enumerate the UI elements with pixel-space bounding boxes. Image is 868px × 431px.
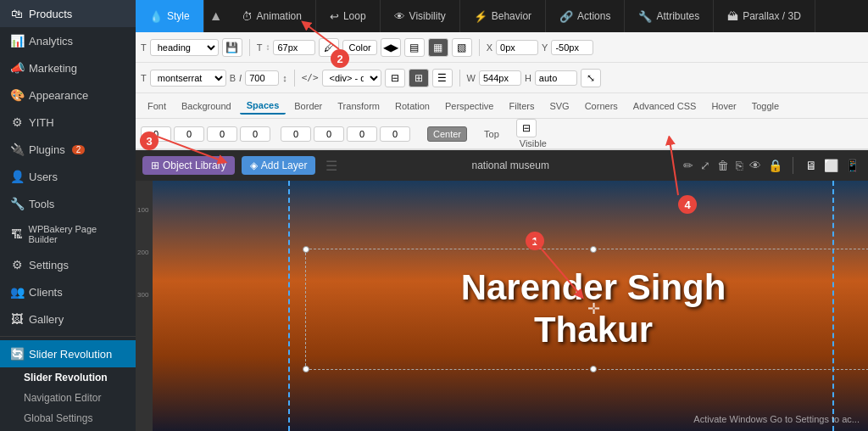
- actions-tab-icon: 🔗: [559, 10, 573, 23]
- move-icon[interactable]: ✛: [587, 299, 600, 318]
- sidebar-item-analytics[interactable]: 📊 Analytics: [0, 27, 136, 54]
- sidebar-item-tools[interactable]: 🔧 Tools: [0, 190, 136, 217]
- expand-icon[interactable]: ▲: [204, 0, 228, 32]
- object-library-btn[interactable]: ⊞ Object Library: [142, 156, 235, 175]
- space-input-4[interactable]: [240, 126, 270, 142]
- sub-tab-advanced-css[interactable]: Advanced CSS: [626, 98, 704, 114]
- align-center-spaces-btn[interactable]: Center: [427, 126, 467, 142]
- sub-tab-hover[interactable]: Hover: [704, 98, 743, 114]
- sidebar-item-marketing[interactable]: 📣 Marketing: [0, 54, 136, 81]
- font-size-input[interactable]: [273, 40, 315, 55]
- sub-tab-background[interactable]: Background: [175, 98, 238, 114]
- color-picker-btn[interactable]: 🖊: [319, 38, 339, 57]
- users-icon: 👤: [10, 170, 24, 183]
- space-input-6[interactable]: [314, 126, 344, 142]
- space-input-5[interactable]: [281, 126, 311, 142]
- sub-tab-spaces[interactable]: Spaces: [240, 98, 287, 115]
- hamburger-icon[interactable]: ☰: [326, 158, 337, 174]
- h-label: H: [525, 73, 531, 83]
- sidebar-item-gallery[interactable]: 🖼 Gallery: [0, 305, 136, 333]
- mobile-icon[interactable]: 📱: [843, 157, 861, 174]
- y-input[interactable]: [551, 40, 593, 55]
- tab-actions[interactable]: 🔗 Actions: [546, 0, 625, 32]
- add-layer-btn[interactable]: ◈ Add Layer: [242, 156, 316, 175]
- style-tab-icon: 💧: [149, 10, 163, 23]
- sidebar-sub-navigation-editor[interactable]: Navigation Editor: [0, 388, 136, 408]
- tab-loop[interactable]: ↩ Loop: [316, 0, 381, 32]
- sidebar-sub-global-settings[interactable]: Global Settings: [0, 408, 136, 428]
- direction-btn[interactable]: ◀▶: [381, 38, 401, 57]
- watermark: Activate Windows Go to Settings to ac...: [693, 414, 860, 424]
- object-library-icon: ⊞: [151, 160, 159, 171]
- resize-icon[interactable]: ⤢: [700, 159, 710, 172]
- sidebar-item-settings[interactable]: ⚙ Settings: [0, 251, 136, 278]
- save-style-btn[interactable]: 💾: [222, 38, 242, 57]
- sub-tab-toggle[interactable]: Toggle: [745, 98, 786, 114]
- tab-parallax[interactable]: 🏔 Parallax / 3D: [714, 0, 815, 32]
- canvas-area: 100 200 300 Narender SinghThakur ✛: [136, 181, 868, 431]
- sidebar-item-products[interactable]: 🛍 Products: [0, 0, 136, 27]
- toolbar-area: T heading paragraph 💾 T ↕ 🖊 Color ◀▶ ▤ ▦…: [136, 32, 868, 150]
- align-block3-btn[interactable]: ☰: [432, 69, 453, 87]
- canvas-background: 100 200 300 Narender SinghThakur ✛: [136, 181, 868, 431]
- align-left-btn[interactable]: ▤: [404, 38, 425, 57]
- space-input-3[interactable]: [207, 126, 237, 142]
- type-label-1: T: [141, 42, 147, 53]
- sidebar-sub-slider-revolution[interactable]: Slider Revolution: [0, 367, 136, 388]
- sidebar-item-users[interactable]: 👤 Users: [0, 163, 136, 190]
- expand-size-btn[interactable]: ⤡: [581, 69, 601, 87]
- sidebar-item-plugins[interactable]: 🔌 Plugins 2: [0, 136, 136, 163]
- space-input-8[interactable]: [380, 126, 410, 142]
- sub-tab-font[interactable]: Font: [141, 98, 173, 114]
- align-right-btn[interactable]: ▧: [452, 38, 472, 57]
- sidebar-item-wpbakery[interactable]: 🏗 WPBakery Page Builder: [0, 217, 136, 251]
- space-input-1[interactable]: [141, 126, 171, 142]
- align-block-btn[interactable]: ⊟: [385, 69, 405, 87]
- sub-tab-border[interactable]: Border: [287, 98, 329, 114]
- align-center-btn[interactable]: ▦: [428, 38, 448, 57]
- sep2: [479, 39, 480, 56]
- add-layer-icon: ◈: [250, 160, 258, 171]
- sep1: [249, 39, 250, 56]
- text-layer[interactable]: Narender SinghThakur ✛: [305, 249, 868, 370]
- font-family-select[interactable]: montserrat Arial: [150, 70, 226, 87]
- space-input-7[interactable]: [347, 126, 377, 142]
- sidebar-item-slider-revolution[interactable]: 🔄 Slider Revolution: [0, 340, 136, 367]
- heading-select[interactable]: heading paragraph: [150, 39, 219, 56]
- sub-tab-transform[interactable]: Transform: [331, 98, 387, 114]
- tablet-icon[interactable]: ⬜: [822, 157, 840, 174]
- w-input[interactable]: [479, 70, 521, 86]
- desktop-icon[interactable]: 🖥: [804, 157, 819, 174]
- handle-bl: [303, 366, 309, 372]
- tab-animation[interactable]: ⏱ Animation: [228, 0, 316, 32]
- align-block2-btn[interactable]: ⊞: [409, 69, 429, 87]
- type-label-2: T: [257, 42, 263, 53]
- line-height-icon: ↕: [282, 73, 287, 83]
- sidebar-item-clients[interactable]: 👥 Clients: [0, 278, 136, 305]
- lock-icon[interactable]: 🔒: [768, 159, 782, 172]
- x-input[interactable]: [496, 40, 538, 55]
- tab-style[interactable]: 💧 Style: [136, 0, 204, 32]
- sub-tab-corners[interactable]: Corners: [578, 98, 625, 114]
- sub-tab-filters[interactable]: Filters: [502, 98, 541, 114]
- h-input[interactable]: [535, 70, 577, 86]
- sidebar-item-yith[interactable]: ⚙ YITH: [0, 109, 136, 136]
- trash-icon[interactable]: 🗑: [717, 159, 729, 172]
- eye-icon[interactable]: 👁: [749, 159, 761, 172]
- tab-visibility[interactable]: 👁 Visibility: [381, 0, 460, 32]
- sub-tab-perspective[interactable]: Perspective: [438, 98, 500, 114]
- tab-behavior[interactable]: ⚡ Behavior: [460, 0, 546, 32]
- sub-tab-rotation[interactable]: Rotation: [388, 98, 437, 114]
- appearance-icon: 🎨: [10, 88, 24, 102]
- slide-label: national museum: [344, 160, 676, 171]
- sub-tab-svg[interactable]: SVG: [542, 98, 576, 114]
- tab-attributes[interactable]: 🔧 Attributes: [625, 0, 714, 32]
- space-input-2[interactable]: [174, 126, 204, 142]
- copy-icon[interactable]: ⎘: [736, 159, 743, 172]
- sidebar-item-appearance[interactable]: 🎨 Appearance: [0, 81, 136, 109]
- color-btn[interactable]: Color: [342, 40, 376, 55]
- visibility-toggle-btn[interactable]: ⊟: [516, 119, 537, 137]
- tag-select[interactable]: <div> - di <h1> <p>: [322, 70, 381, 87]
- font-weight-input[interactable]: [245, 70, 279, 86]
- pencil-icon[interactable]: ✏: [683, 159, 693, 172]
